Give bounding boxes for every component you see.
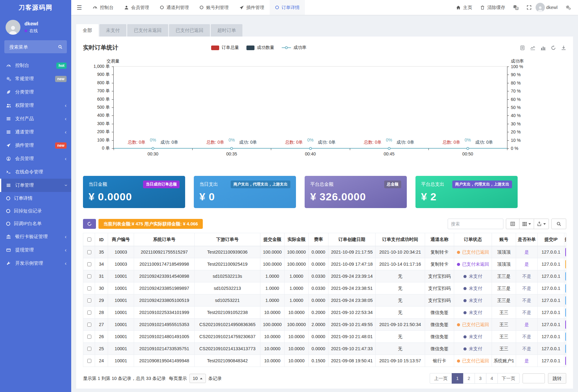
legend-item-成功率[interactable]: 成功率 bbox=[282, 45, 306, 50]
next-page-button[interactable]: 下一页 bbox=[498, 373, 520, 384]
reissue-button[interactable]: 补单 bbox=[565, 272, 566, 281]
select-all-checkbox[interactable] bbox=[87, 237, 91, 242]
sidebar-subitem-回掉短信记录[interactable]: 回掉短信记录 bbox=[0, 205, 71, 217]
reissue-button[interactable]: 补单 bbox=[565, 308, 566, 317]
row-checkbox[interactable] bbox=[87, 298, 91, 303]
home-link[interactable]: 主页 bbox=[452, 0, 476, 15]
reissue-button[interactable]: 补单 bbox=[565, 332, 566, 341]
amount-summary-badge: 当前列表金额:¥ 475 用户实际获得金额: ¥ 4.066 bbox=[98, 219, 203, 229]
sidebar-item-开发示例管理[interactable]: 开发示例管理‹ bbox=[0, 257, 71, 270]
sidebar-item-会员管理[interactable]: 会员管理‹ bbox=[0, 152, 71, 165]
sidebar-item-支付产品[interactable]: 支付产品‹ bbox=[0, 112, 71, 125]
merchant-no: 10001 bbox=[108, 319, 134, 331]
sidebar-item-订单管理[interactable]: 订单管理‹ bbox=[0, 179, 71, 192]
sidebar-item-控制台[interactable]: 控制台hot bbox=[0, 59, 71, 72]
edit-button[interactable] bbox=[565, 320, 566, 329]
reissue-button[interactable]: 补单 bbox=[565, 284, 566, 293]
row-checkbox[interactable] bbox=[87, 335, 91, 339]
topbar-item-订单详情[interactable]: 订单详情 bbox=[270, 0, 305, 15]
language-button[interactable]: 文A bbox=[509, 0, 523, 15]
sidebar: 刀客源码网 dkewl 在线 控制台hot常规管理new分类管理权限管理‹支付产… bbox=[0, 0, 71, 392]
channel-name: 复制转卡 bbox=[425, 246, 454, 258]
reissue-button[interactable]: 补单 bbox=[565, 296, 566, 305]
legend-item-订单总量[interactable]: 订单总量 bbox=[211, 45, 239, 50]
sidebar-subitem-回调IP白名单[interactable]: 回调IP白名单 bbox=[0, 217, 71, 230]
per-page-select[interactable]: 10 bbox=[189, 374, 206, 383]
table-search-button[interactable] bbox=[551, 219, 566, 229]
submit-amount: 1.0000 bbox=[260, 294, 285, 307]
per-page-prefix: 每页显示 bbox=[169, 376, 187, 381]
tab-已支付已返回[interactable]: 已支付已返回 bbox=[169, 24, 210, 37]
translate-icon: 文A bbox=[513, 5, 519, 10]
col-header-提交IP: 提交IP bbox=[538, 233, 564, 246]
columns-button[interactable] bbox=[519, 219, 534, 229]
edit-button[interactable] bbox=[565, 248, 566, 257]
sidebar-subitem-订单详情[interactable]: 订单详情 bbox=[0, 192, 71, 205]
created-time: 2021-09-24 23:38:05 bbox=[328, 294, 376, 307]
jump-button[interactable]: 跳转 bbox=[548, 373, 566, 384]
refresh-icon[interactable] bbox=[551, 45, 556, 50]
tab-未支付[interactable]: 未支付 bbox=[99, 24, 126, 37]
sidebar-item-常规管理[interactable]: 常规管理new bbox=[0, 72, 71, 85]
topbar-right: 主页 清除缓存 文A dkewl bbox=[452, 0, 578, 15]
topbar-item-会员管理[interactable]: 会员管理 bbox=[119, 0, 154, 15]
detail-view-button[interactable] bbox=[506, 219, 519, 229]
trash-icon bbox=[480, 5, 485, 10]
downstream-order-no: CS20210910214950836365 bbox=[195, 319, 260, 331]
fullscreen-button[interactable] bbox=[523, 0, 536, 15]
home-label: 主页 bbox=[463, 5, 472, 11]
menu-toggle-icon[interactable]: ☰ bbox=[71, 0, 87, 15]
submit-amount: 1.0000 bbox=[260, 270, 285, 282]
tab-全部[interactable]: 全部 bbox=[76, 24, 98, 37]
sidebar-item-label: 提现管理 bbox=[15, 247, 34, 253]
user-avatar[interactable] bbox=[536, 3, 545, 12]
sidebar-item-分类管理[interactable]: 分类管理 bbox=[0, 85, 71, 99]
sidebar-item-权限管理[interactable]: 权限管理‹ bbox=[0, 99, 71, 112]
notify-button[interactable]: 通知 bbox=[565, 260, 566, 269]
sidebar-item-在线命令管理[interactable]: 在线命令管理 bbox=[0, 165, 71, 179]
row-checkbox[interactable] bbox=[87, 250, 91, 254]
tab-已支付未返回[interactable]: 已支付未返回 bbox=[127, 24, 168, 37]
clear-cache-button[interactable]: 清除缓存 bbox=[476, 0, 509, 15]
jump-page-input[interactable] bbox=[523, 373, 545, 383]
page-button-1[interactable]: 1 bbox=[452, 373, 463, 384]
sidebar-search-input[interactable] bbox=[9, 44, 58, 50]
legend-item-成功数量[interactable]: 成功数量 bbox=[246, 45, 274, 50]
sidebar-item-银行卡验证管理[interactable]: 银行卡验证管理‹ bbox=[0, 230, 71, 243]
bar-chart-icon[interactable] bbox=[541, 45, 546, 50]
sidebar-item-通道管理[interactable]: 通道管理‹ bbox=[0, 125, 71, 139]
topbar-item-账号列管理[interactable]: 账号列管理 bbox=[194, 0, 234, 15]
page-button-3[interactable]: 3 bbox=[475, 373, 486, 384]
page-button-4[interactable]: 4 bbox=[486, 373, 498, 384]
data-view-icon[interactable] bbox=[520, 45, 525, 50]
table-search-input[interactable] bbox=[448, 219, 503, 229]
row-checkbox[interactable] bbox=[87, 323, 91, 327]
annotation-success: 成功: 0单 bbox=[397, 140, 415, 145]
reissue-button[interactable]: 补单 bbox=[565, 344, 566, 353]
page-button-2[interactable]: 2 bbox=[463, 373, 475, 384]
refresh-list-button[interactable] bbox=[83, 219, 96, 229]
merchant-no: 10001 bbox=[108, 270, 134, 282]
row-checkbox[interactable] bbox=[87, 286, 91, 290]
sidebar-item-提现管理[interactable]: 提现管理‹ bbox=[0, 243, 71, 257]
line-chart-icon[interactable] bbox=[530, 45, 536, 50]
topbar-item-控制台[interactable]: 控制台 bbox=[87, 0, 119, 15]
topbar-item-通道列管理[interactable]: 通道列管理 bbox=[154, 0, 194, 15]
export-button[interactable] bbox=[534, 219, 549, 229]
row-checkbox[interactable] bbox=[87, 311, 91, 315]
search-icon[interactable] bbox=[58, 45, 63, 49]
row-checkbox[interactable] bbox=[87, 274, 91, 278]
row-checkbox[interactable] bbox=[87, 359, 91, 363]
prev-page-button[interactable]: 上一页 bbox=[430, 373, 452, 384]
username-menu[interactable]: dkewl bbox=[545, 0, 562, 15]
download-icon[interactable] bbox=[561, 45, 566, 50]
settings-button[interactable] bbox=[562, 0, 575, 15]
created-time: 2021-10-09 21:17:55 bbox=[328, 246, 376, 258]
row-checkbox[interactable] bbox=[87, 347, 91, 351]
edit-button[interactable] bbox=[565, 356, 566, 365]
sidebar-item-插件管理[interactable]: 插件管理new bbox=[0, 139, 71, 152]
row-checkbox[interactable] bbox=[87, 262, 91, 266]
topbar-item-插件管理[interactable]: 插件管理 bbox=[234, 0, 270, 15]
reissue-flag: 不是 bbox=[516, 331, 538, 343]
tab-超时订单[interactable]: 超时订单 bbox=[211, 24, 242, 37]
